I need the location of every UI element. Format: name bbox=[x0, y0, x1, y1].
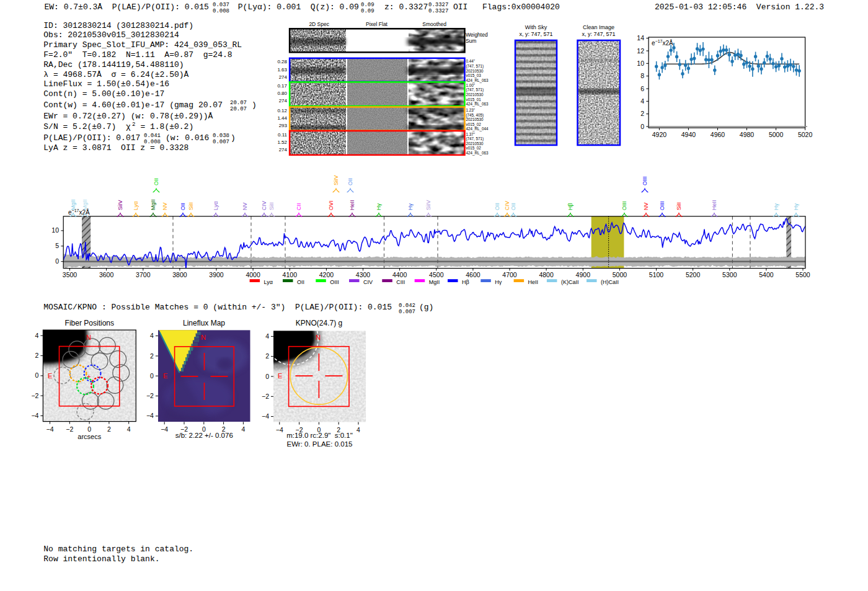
svg-text:(w: 0.016: (w: 0.016 bbox=[166, 133, 209, 143]
svg-text:Obs: 20210530v015_3012830214: Obs: 20210530v015_3012830214 bbox=[43, 30, 179, 40]
svg-text:2D Spec: 2D Spec bbox=[309, 21, 329, 27]
svg-text:4000: 4000 bbox=[246, 271, 260, 278]
svg-text:3800: 3800 bbox=[172, 271, 187, 278]
svg-text:424_RL_063: 424_RL_063 bbox=[466, 151, 489, 156]
svg-text:KPNO(24.7) g: KPNO(24.7) g bbox=[296, 319, 342, 327]
svg-text:2: 2 bbox=[35, 352, 39, 359]
svg-text:4400: 4400 bbox=[392, 271, 407, 278]
svg-text:5400: 5400 bbox=[759, 271, 774, 278]
svg-text:20210530: 20210530 bbox=[466, 117, 484, 122]
svg-text:x, y: 747, 571: x, y: 747, 571 bbox=[519, 31, 552, 37]
svg-text:Hβ: Hβ bbox=[567, 203, 574, 210]
svg-text:z: 0.3327: z: 0.3327 bbox=[384, 2, 428, 12]
svg-text:424_RL_044: 424_RL_044 bbox=[466, 127, 489, 131]
svg-text:x, y: 747, 571: x, y: 747, 571 bbox=[582, 31, 615, 37]
svg-text:20210530: 20210530 bbox=[466, 92, 484, 97]
svg-text:4300: 4300 bbox=[356, 271, 371, 278]
svg-text:0: 0 bbox=[87, 425, 91, 433]
svg-text:−2: −2 bbox=[66, 425, 73, 433]
svg-text:P(LAE)/P(OII): 0.017: P(LAE)/P(OII): 0.017 bbox=[43, 133, 140, 143]
svg-text:293: 293 bbox=[279, 123, 288, 128]
svg-text:OII: OII bbox=[153, 178, 159, 185]
svg-text:HeII: HeII bbox=[528, 279, 539, 285]
svg-text:LineFlux = 1.50(±0.54)e-16: LineFlux = 1.50(±0.54)e-16 bbox=[43, 79, 169, 89]
svg-text:274: 274 bbox=[279, 147, 288, 153]
svg-text:Hγ: Hγ bbox=[773, 203, 779, 210]
svg-text:HeII: HeII bbox=[711, 200, 717, 210]
svg-text:1.37": 1.37" bbox=[466, 132, 476, 136]
svg-text:1.63: 1.63 bbox=[277, 67, 287, 73]
svg-text:−4: −4 bbox=[46, 425, 54, 433]
svg-text:4100: 4100 bbox=[283, 271, 298, 278]
svg-text:0: 0 bbox=[55, 257, 59, 265]
svg-text:2: 2 bbox=[265, 352, 269, 360]
svg-text:SiII: SiII bbox=[676, 202, 682, 210]
svg-text:ID: 3012830214 (3012830214.pdf: ID: 3012830214 (3012830214.pdf) bbox=[43, 21, 193, 30]
svg-text:20210530: 20210530 bbox=[466, 141, 484, 146]
svg-text:8: 8 bbox=[640, 72, 644, 79]
svg-text:Hγ: Hγ bbox=[495, 279, 502, 285]
svg-text:MgII: MgII bbox=[150, 199, 156, 210]
svg-text:N: N bbox=[86, 334, 91, 341]
svg-text:Flags:0x00004020: Flags:0x00004020 bbox=[482, 2, 560, 12]
svg-text:CII: CII bbox=[296, 203, 302, 210]
svg-text:5300: 5300 bbox=[722, 271, 737, 278]
svg-text:): ) bbox=[231, 133, 236, 143]
svg-text:4800: 4800 bbox=[539, 271, 554, 278]
svg-text:0.042: 0.042 bbox=[399, 303, 415, 309]
svg-text:0.09: 0.09 bbox=[361, 8, 374, 14]
svg-text:5200: 5200 bbox=[686, 271, 701, 278]
svg-text:0.007: 0.007 bbox=[399, 309, 415, 315]
svg-text:Lineflux Map: Lineflux Map bbox=[183, 319, 225, 327]
svg-text:274: 274 bbox=[279, 98, 288, 104]
svg-text:10: 10 bbox=[637, 60, 644, 67]
svg-text:4: 4 bbox=[241, 425, 245, 433]
svg-text:0.44": 0.44" bbox=[466, 59, 476, 63]
svg-text:2: 2 bbox=[640, 110, 644, 117]
svg-text:0: 0 bbox=[265, 373, 269, 380]
svg-text:4920: 4920 bbox=[652, 131, 667, 138]
svg-text:Clean Image: Clean Image bbox=[583, 24, 614, 30]
svg-text:0.3327: 0.3327 bbox=[428, 8, 448, 14]
svg-text:5100: 5100 bbox=[649, 271, 664, 278]
svg-text:Sum: Sum bbox=[466, 38, 476, 44]
svg-text:N: N bbox=[201, 334, 206, 341]
svg-text:Pixel Flat: Pixel Flat bbox=[366, 21, 388, 27]
svg-text:0: 0 bbox=[150, 372, 154, 380]
svg-text:4960: 4960 bbox=[711, 131, 725, 138]
svg-text:424_RL_063: 424_RL_063 bbox=[466, 78, 489, 83]
svg-text:3500: 3500 bbox=[63, 271, 78, 278]
svg-text:5000: 5000 bbox=[769, 131, 784, 138]
svg-text:Cont(n) = 5.00(±0.10)e-17: Cont(n) = 5.00(±0.10)e-17 bbox=[43, 89, 164, 99]
svg-text:Lyα: Lyα bbox=[213, 202, 219, 210]
svg-text:6: 6 bbox=[640, 85, 644, 92]
svg-text:OII: OII bbox=[347, 178, 353, 185]
svg-text:4200: 4200 bbox=[319, 271, 334, 278]
svg-text:0.038: 0.038 bbox=[213, 133, 229, 139]
svg-text:0.28: 0.28 bbox=[277, 59, 287, 64]
svg-text:Lyα: Lyα bbox=[133, 202, 139, 210]
svg-text:Weighted: Weighted bbox=[466, 32, 488, 38]
svg-text:4: 4 bbox=[356, 426, 360, 433]
svg-text:4700: 4700 bbox=[502, 271, 517, 278]
svg-text:4: 4 bbox=[35, 332, 39, 339]
svg-text:N: N bbox=[316, 334, 321, 341]
svg-text:3900: 3900 bbox=[209, 271, 224, 278]
svg-text:Row intentionally blank.: Row intentionally blank. bbox=[43, 554, 159, 564]
svg-text:274: 274 bbox=[279, 74, 288, 80]
svg-text:2025-01-03 12:05:46 Version 1: 2025-01-03 12:05:46 Version 1.22.3 bbox=[655, 2, 824, 12]
svg-text:−4: −4 bbox=[31, 412, 38, 419]
svg-text:(H)CaII: (H)CaII bbox=[601, 279, 619, 285]
svg-text:3700: 3700 bbox=[136, 271, 151, 278]
svg-text:4940: 4940 bbox=[681, 131, 696, 138]
svg-text:20210530: 20210530 bbox=[466, 69, 484, 73]
svg-text:Hβ: Hβ bbox=[462, 279, 469, 285]
svg-text:5020: 5020 bbox=[798, 131, 813, 138]
svg-text:MgII: MgII bbox=[429, 279, 440, 285]
svg-text:OVI: OVI bbox=[328, 200, 334, 210]
svg-text:0.80: 0.80 bbox=[277, 91, 287, 96]
svg-text:Hγ: Hγ bbox=[376, 203, 382, 210]
svg-text:0.041: 0.041 bbox=[144, 133, 161, 139]
svg-text:s/b: 2.22 +/- 0.076: s/b: 2.22 +/- 0.076 bbox=[175, 432, 233, 439]
svg-text:Cont(w) = 4.60(±0.01)e-17 (gma: Cont(w) = 4.60(±0.01)e-17 (gmag 20.07 bbox=[43, 100, 223, 110]
